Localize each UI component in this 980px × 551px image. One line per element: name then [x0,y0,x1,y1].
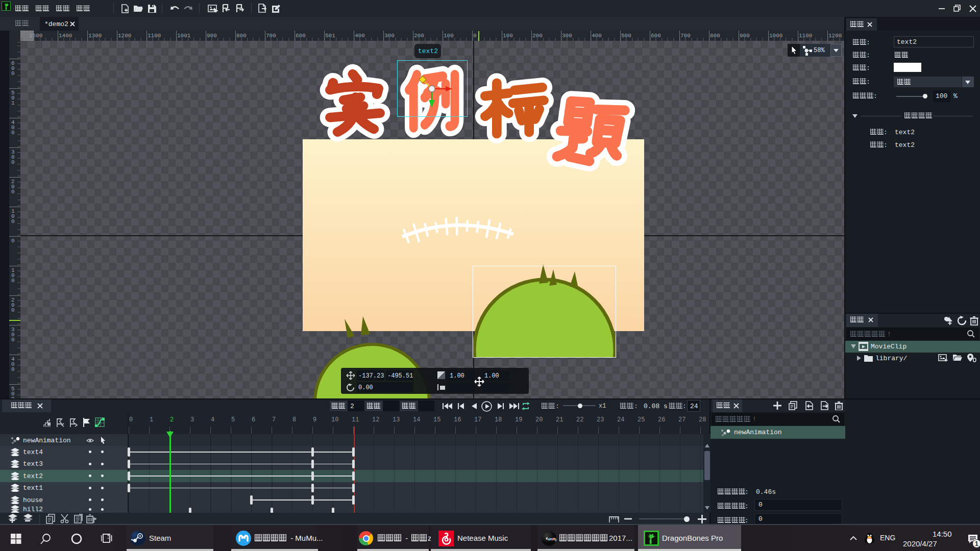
svg-text:unity: unity [548,537,557,541]
